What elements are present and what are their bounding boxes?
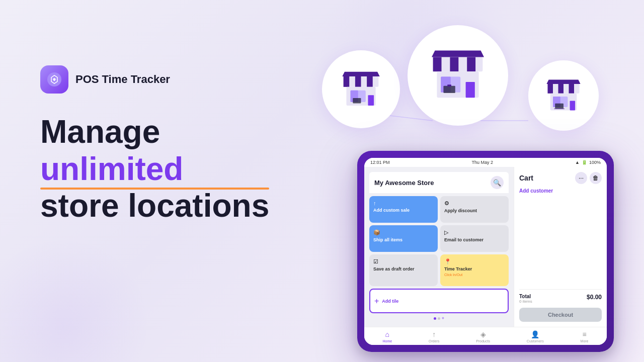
svg-rect-28 [569,84,575,94]
headline: Manage unlimited store locations [40,114,269,225]
wifi-icon: ▲ [575,160,580,165]
total-amount: $0.00 [587,294,602,301]
tile-email-customer[interactable]: ▷ Email to customer [440,225,509,252]
svg-rect-16 [450,57,458,72]
dot-1 [434,317,436,320]
bg-decoration-2 [0,236,151,362]
logo-area: POS Time Tracker [40,65,269,94]
status-right: ▲ 🔋 100% [575,160,601,165]
status-date: Thu May 2 [472,160,494,165]
more-icon: ≡ [582,330,586,338]
svg-rect-17 [467,57,475,72]
tile-add-tile[interactable]: + Add tile [369,289,509,313]
tile-add-custom-sale[interactable]: ↑ Add custom sale [369,196,438,223]
total-sub: 0 items [519,299,532,304]
store-name: My Awesome Store [374,179,434,187]
tile-time-tracker[interactable]: 📍 Time Tracker Click In/Out [440,254,509,286]
add-tile-icon: + [374,297,379,306]
svg-rect-7 [367,76,373,87]
store-bubble-left [322,50,400,128]
nav-more-label: More [581,339,589,343]
nav-home-label: Home [382,339,392,343]
cart-header: Cart ··· 🗑 [519,172,602,184]
status-bar: 12:01 PM Thu May 2 ▲ 🔋 100% [364,158,607,167]
total-label: Total [519,294,532,299]
svg-rect-24 [447,84,451,86]
pos-header: My Awesome Store 🔍 [369,172,509,193]
ipad-mockup: 12:01 PM Thu May 2 ▲ 🔋 100% My Awesome S… [357,151,614,352]
ipad-content: My Awesome Store 🔍 ↑ Add custom sale ⚙ A… [364,167,607,327]
svg-rect-6 [355,76,361,87]
customers-icon: 👤 [531,330,539,338]
left-panel: POS Time Tracker Manage unlimited store … [40,65,269,225]
svg-rect-13 [353,98,361,103]
cart-total-area: Total 0 items $0.00 Checkout [519,289,602,322]
svg-marker-8 [342,72,379,76]
ship-icon: 📦 [373,229,434,236]
status-time: 12:01 PM [370,160,390,165]
add-custom-label: Add custom sale [373,208,434,213]
discount-label: Apply discount [444,208,505,213]
svg-rect-27 [558,84,564,94]
nav-customers-label: Customers [527,339,544,343]
svg-rect-33 [570,101,576,111]
tile-save-draft[interactable]: ☑ Save as draft order [369,254,438,286]
ipad-screen: 12:01 PM Thu May 2 ▲ 🔋 100% My Awesome S… [364,158,607,345]
time-tracker-label: Time Tracker [444,266,505,272]
dot-2 [438,317,440,320]
discount-icon: ⚙ [444,200,505,207]
orders-icon: ↑ [432,330,436,338]
logo-text: POS Time Tracker [75,73,170,86]
pos-left-panel: My Awesome Store 🔍 ↑ Add custom sale ⚙ A… [364,167,514,327]
headline-line1: Manage [40,114,269,151]
svg-rect-35 [554,108,565,109]
cart-title: Cart [519,174,533,182]
tiles-grid: ↑ Add custom sale ⚙ Apply discount 📦 Shi… [369,196,509,313]
total-info: Total 0 items [519,294,532,304]
bubbles-area [312,15,604,161]
nav-more[interactable]: ≡ More [581,330,589,343]
nav-products[interactable]: ◈ Products [476,330,490,343]
nav-customers[interactable]: 👤 Customers [527,330,544,343]
svg-line-2 [390,116,433,121]
checkout-button[interactable]: Checkout [519,308,602,322]
cart-spacer [519,198,602,289]
dot-plus: + [442,316,444,321]
nav-products-label: Products [476,339,490,343]
add-custom-icon: ↑ [373,200,434,206]
add-tile-label: Add tile [382,299,398,304]
svg-rect-5 [344,76,350,87]
headline-highlight: unlimited [40,151,269,188]
svg-rect-22 [466,82,475,98]
pos-right-panel: Cart ··· 🗑 Add customer Total 0 items [514,167,607,327]
logo-icon [40,65,68,94]
svg-rect-15 [433,57,442,72]
nav-home[interactable]: ⌂ Home [382,330,392,343]
store-bubble-center [408,25,508,126]
dots-row: + [369,313,509,322]
time-tracker-icon: 📍 [444,258,505,265]
home-icon: ⌂ [385,330,389,338]
cart-trash-button[interactable]: 🗑 [590,172,602,184]
nav-orders-label: Orders [429,339,439,343]
tile-apply-discount[interactable]: ⚙ Apply discount [440,196,509,223]
email-label: Email to customer [444,237,505,242]
svg-point-1 [53,79,55,81]
store-bubble-right [528,60,599,131]
cart-more-button[interactable]: ··· [575,172,587,184]
ipad-frame: 12:01 PM Thu May 2 ▲ 🔋 100% My Awesome S… [357,151,614,352]
nav-orders[interactable]: ↑ Orders [429,330,439,343]
search-button[interactable]: 🔍 [491,176,504,189]
total-row: Total 0 items $0.00 [519,294,602,304]
email-icon: ▷ [444,229,505,236]
add-customer-button[interactable]: Add customer [519,188,602,194]
svg-rect-26 [548,84,553,94]
tile-ship-items[interactable]: 📦 Ship all items [369,225,438,252]
battery-percent: 100% [589,160,601,165]
battery-icon: 🔋 [582,160,587,165]
bottom-nav: ⌂ Home ↑ Orders ◈ Products 👤 Customers ≡ [364,327,607,345]
headline-line3: store locations [40,188,269,225]
svg-marker-18 [432,51,484,57]
svg-marker-29 [546,80,580,84]
draft-label: Save as draft order [373,266,434,272]
